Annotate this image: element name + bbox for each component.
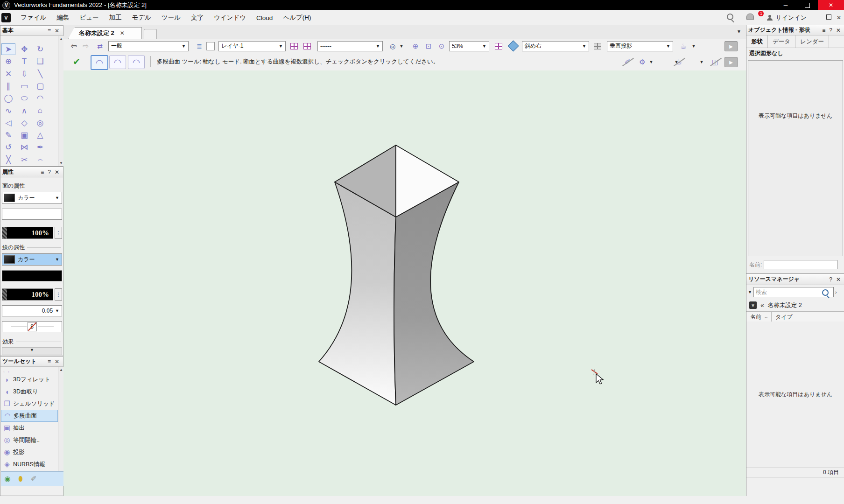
line-style-dropdown[interactable]: ------ ▼	[317, 41, 383, 51]
flyover-tool-icon[interactable]: ↻	[33, 43, 47, 55]
toolset-item-NURBS情報[interactable]: ◈NURBS情報	[1, 458, 58, 470]
extrude-push-pull-tool-icon[interactable]: ⇩	[17, 68, 31, 80]
reference-point-icon[interactable]: ◎	[387, 42, 398, 50]
chevron-down-icon[interactable]: ▼	[698, 60, 705, 64]
line-tool-icon[interactable]: ╲	[33, 68, 47, 80]
palette-close-icon[interactable]: ✕	[834, 27, 843, 34]
menu-item[interactable]: Cloud	[251, 10, 278, 25]
unified-view-icon[interactable]	[508, 42, 518, 50]
toolset-item-3D面取り[interactable]: ◖3D面取り	[1, 385, 58, 398]
palette-menu-icon[interactable]: ≡	[46, 28, 53, 34]
tab-close-icon[interactable]: ✕	[120, 30, 125, 36]
projection-dropdown[interactable]: 垂直投影 ▼	[607, 41, 673, 51]
chevron-down-icon[interactable]: ▼	[648, 60, 654, 64]
tab-shape[interactable]: 形状	[746, 35, 768, 48]
chevron-down-icon[interactable]: ▼	[690, 44, 697, 49]
zoom-in-icon[interactable]: ⊕	[410, 42, 421, 50]
palette-help-icon[interactable]: ?	[827, 276, 834, 283]
fill-opacity-slider[interactable]: 100%	[2, 227, 53, 239]
loft-rail-mode-button[interactable]: ◠	[128, 55, 145, 69]
new-tab-stub[interactable]	[144, 29, 157, 39]
object-name-input[interactable]	[764, 260, 837, 269]
toolset-item-3Dフィレット[interactable]: ◗3Dフィレット	[1, 373, 58, 385]
window-maximize-button[interactable]	[796, 0, 818, 10]
mirror-tool-icon[interactable]: ⋈	[17, 141, 31, 153]
fill-opacity-options-button[interactable]: ⋮	[55, 227, 62, 239]
fit-to-objects-icon[interactable]: ⊡	[423, 42, 434, 50]
notifications-button[interactable]: 1	[740, 14, 760, 22]
saved-views-icon[interactable]: ⇄	[94, 42, 106, 50]
text-tool-icon[interactable]: T	[17, 56, 31, 67]
circle-tool-icon[interactable]: ◯	[1, 92, 15, 104]
effects-expand-button[interactable]: ▼	[2, 347, 62, 355]
rounded-rectangle-tool-icon[interactable]: ▢	[33, 80, 47, 92]
saved-view-dropdown[interactable]: 一般 ▼	[108, 41, 189, 51]
callout-tool-icon[interactable]: ❑	[33, 56, 47, 67]
pan-tool-icon[interactable]: ✥	[17, 43, 31, 55]
pen-color-bar[interactable]	[2, 270, 62, 281]
palette-menu-icon[interactable]: ≡	[39, 169, 46, 175]
clip-tool-icon[interactable]: ▣	[17, 129, 31, 141]
magnifier-icon[interactable]: ⊙	[436, 42, 447, 50]
toolset-item-多段曲面[interactable]: ◠多段曲面	[1, 410, 58, 422]
line-weight-dropdown[interactable]: 0.05 ▼	[2, 305, 62, 316]
polyline-tool-icon[interactable]: ∧	[17, 105, 31, 117]
view-direction-dropdown[interactable]: 斜め右 ▼	[522, 41, 589, 51]
trim-tool-icon[interactable]: ╳	[1, 154, 15, 166]
palette-close-icon[interactable]: ✕	[53, 358, 61, 365]
zoom-tool-icon[interactable]: ⊕	[1, 56, 15, 67]
menu-item[interactable]: ヘルプ(H)	[278, 10, 316, 25]
hexagon-tool-icon[interactable]: ◇	[17, 117, 31, 129]
scissors-tool-icon[interactable]: ✂	[17, 154, 31, 166]
class-visibility-icon[interactable]	[290, 43, 298, 49]
tab-data[interactable]: データ	[768, 35, 795, 48]
double-line-tool-icon[interactable]: ∥	[1, 80, 15, 92]
menu-item[interactable]: 文字	[186, 10, 209, 25]
forward-view-button[interactable]: ⇨	[80, 42, 91, 50]
delete-tool-icon[interactable]: ✕	[1, 68, 15, 80]
polygon-tool-icon[interactable]: ⌂	[33, 105, 47, 117]
render-style-teapot-icon[interactable]: ☕	[678, 42, 689, 50]
arc-tool-icon[interactable]: ◠	[33, 92, 47, 104]
pencil-tool-icon[interactable]: ✐	[27, 475, 40, 483]
freehand-tool-icon[interactable]: ∿	[1, 105, 15, 117]
menu-item[interactable]: モデル	[127, 10, 156, 25]
lightbulb-icon[interactable]: ⬮	[14, 475, 27, 483]
pen-opacity-slider[interactable]: 100%	[2, 288, 53, 301]
signin-button[interactable]: サインイン	[760, 14, 813, 22]
selection-tool-icon[interactable]: ➤	[1, 43, 15, 55]
rotate-tool-icon[interactable]: ↺	[1, 141, 15, 153]
irregular-polygon-tool-icon[interactable]: ◁	[1, 117, 15, 129]
loft-with-axis-mode-button[interactable]: ◠	[109, 55, 126, 69]
window-close-button[interactable]: ✕	[818, 0, 844, 10]
document-tab[interactable]: 名称未設定 2 ✕	[68, 27, 142, 39]
window-pane-icon[interactable]	[495, 43, 502, 49]
sort-ascending-icon[interactable]: ︿	[764, 314, 768, 320]
document-close-button[interactable]: ✕	[834, 14, 844, 21]
pen-tool-icon[interactable]: ✒	[33, 141, 47, 153]
document-minimize-button[interactable]: ─	[813, 14, 823, 21]
menu-item[interactable]: ツール	[156, 10, 186, 25]
viewbar-overflow-button[interactable]: ▶	[724, 41, 738, 51]
document-restore-button[interactable]	[823, 14, 834, 21]
palette-close-icon[interactable]: ✕	[53, 28, 61, 34]
toolset-item-投影[interactable]: ◉投影	[1, 446, 58, 458]
modebar-overflow-button[interactable]: ▶	[724, 57, 738, 67]
layer-visibility-icon[interactable]	[303, 43, 311, 49]
plane-pencil-slash-icon[interactable]: ✐	[622, 58, 633, 66]
pen-opacity-options-button[interactable]: ⋮	[55, 288, 62, 301]
back-view-button[interactable]: ⇦	[68, 42, 79, 50]
column-type[interactable]: タイプ	[772, 313, 793, 321]
back-chevrons-icon[interactable]: «	[760, 301, 764, 309]
palette-help-icon[interactable]: ?	[827, 27, 834, 34]
render-sphere-icon[interactable]: ◉	[1, 475, 14, 483]
pen-style-dropdown[interactable]: カラー ▼	[2, 253, 62, 266]
layer-dropdown[interactable]: レイヤ-1 ▼	[218, 41, 286, 51]
chevron-down-icon[interactable]: ▼	[673, 60, 680, 64]
tool-settings-gear-icon[interactable]: ⚙	[637, 58, 648, 66]
rectangle-tool-icon[interactable]: ▭	[17, 80, 31, 92]
class-options-button[interactable]	[206, 42, 215, 50]
viewport-grid-icon[interactable]	[594, 43, 601, 49]
fill-style-dropdown[interactable]: カラー ▼	[2, 192, 62, 204]
confirm-check-button[interactable]: ✔	[70, 56, 83, 67]
